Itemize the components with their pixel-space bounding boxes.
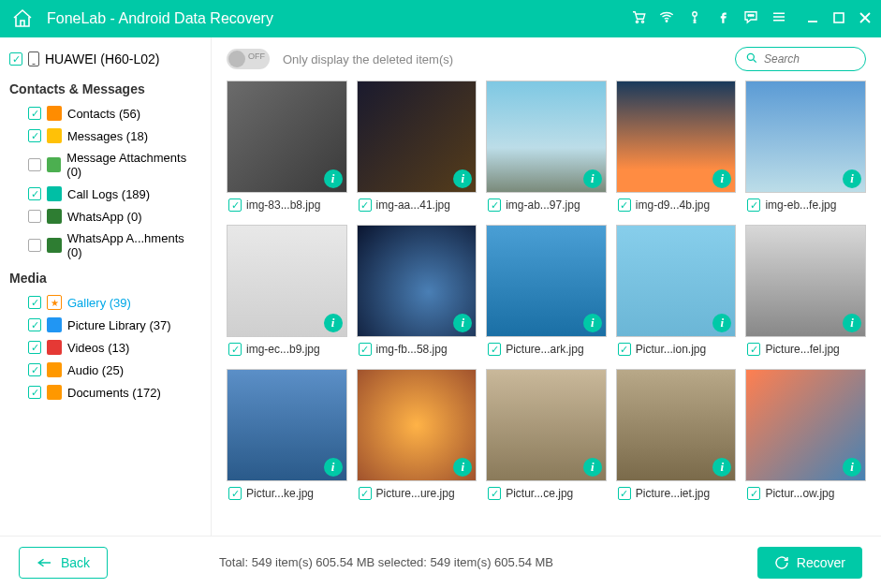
sidebar-item[interactable]: WhatsApp A...hments (0): [9, 228, 201, 263]
thumb-checkbox[interactable]: [359, 487, 372, 500]
phone-icon: [28, 51, 39, 66]
window-controls: [806, 11, 872, 27]
thumb-filename: Picture...fel.jpg: [765, 343, 839, 356]
thumbnail[interactable]: i: [616, 81, 737, 193]
thumbnail[interactable]: i: [745, 81, 866, 193]
thumb-label-row: Picture...fel.jpg: [745, 343, 866, 356]
sidebar-item[interactable]: Audio (25): [9, 359, 201, 381]
thumb-checkbox[interactable]: [228, 343, 242, 356]
category-label: Gallery (39): [67, 296, 131, 310]
thumb-checkbox[interactable]: [228, 487, 242, 500]
thumbnail[interactable]: i: [486, 225, 607, 337]
wifi-icon[interactable]: [658, 8, 675, 29]
thumb-checkbox[interactable]: [618, 198, 631, 212]
recover-button[interactable]: Recover: [757, 547, 862, 579]
thumb-label-row: Pictur...ow.jpg: [745, 487, 866, 500]
category-checkbox[interactable]: [28, 296, 41, 309]
category-checkbox[interactable]: [28, 386, 41, 399]
sidebar-item[interactable]: Picture Library (37): [9, 314, 201, 336]
thumbnail[interactable]: i: [227, 81, 347, 193]
thumbnail[interactable]: i: [486, 81, 607, 193]
thumb-card: iimg-fb...58.jpg: [357, 225, 477, 356]
thumb-checkbox[interactable]: [488, 343, 501, 356]
thumb-label-row: img-eb...fe.jpg: [745, 198, 866, 212]
thumb-checkbox[interactable]: [618, 343, 631, 356]
category-label: Message Attachments (0): [66, 151, 201, 179]
category-checkbox[interactable]: [28, 363, 41, 376]
thumb-label-row: img-aa...41.jpg: [357, 198, 477, 212]
device-checkbox[interactable]: [9, 52, 22, 66]
thumb-checkbox[interactable]: [747, 343, 760, 356]
category-checkbox[interactable]: [28, 239, 41, 252]
info-icon[interactable]: i: [583, 314, 602, 332]
info-icon[interactable]: i: [324, 314, 343, 332]
thumbnail[interactable]: i: [357, 225, 477, 337]
category-checkbox[interactable]: [28, 107, 41, 120]
info-icon[interactable]: i: [324, 458, 343, 477]
category-checkbox[interactable]: [28, 158, 41, 171]
sidebar-item[interactable]: Message Attachments (0): [9, 147, 201, 183]
search-box[interactable]: [735, 47, 866, 71]
sidebar-item[interactable]: Messages (18): [9, 125, 201, 147]
minimize-icon[interactable]: [806, 11, 819, 27]
grid-scroll[interactable]: iimg-83...b8.jpgiimg-aa...41.jpgiimg-ab.…: [212, 81, 881, 536]
sidebar-item[interactable]: Call Logs (189): [9, 183, 201, 205]
thumbnail[interactable]: i: [486, 369, 607, 481]
thumbnail[interactable]: i: [745, 369, 866, 481]
thumb-label-row: Pictur...ke.jpg: [227, 487, 347, 500]
maximize-icon[interactable]: [832, 11, 845, 27]
category-checkbox[interactable]: [28, 210, 41, 223]
key-icon[interactable]: [686, 8, 703, 29]
search-input[interactable]: [764, 52, 856, 66]
thumbnail[interactable]: i: [616, 369, 737, 481]
info-icon[interactable]: i: [324, 169, 343, 188]
info-icon[interactable]: i: [583, 169, 602, 188]
thumbnail[interactable]: i: [357, 369, 477, 481]
chat-icon[interactable]: [742, 8, 759, 29]
thumb-checkbox[interactable]: [359, 343, 372, 356]
sidebar-item[interactable]: Documents (172): [9, 381, 201, 404]
thumbnail[interactable]: i: [357, 81, 477, 193]
thumbnail[interactable]: i: [745, 225, 866, 337]
thumb-label-row: img-d9...4b.jpg: [616, 198, 737, 212]
info-icon[interactable]: i: [583, 458, 602, 477]
thumb-filename: Picture...ark.jpg: [506, 343, 583, 356]
thumb-checkbox[interactable]: [488, 198, 501, 212]
sidebar-item[interactable]: WhatsApp (0): [9, 205, 201, 228]
sidebar-item[interactable]: Contacts (56): [9, 102, 201, 125]
sidebar: HUAWEI (H60-L02) Contacts & Messages Con…: [0, 37, 212, 536]
deleted-only-toggle[interactable]: OFF: [227, 49, 270, 69]
thumb-card: iPicture...ark.jpg: [486, 225, 607, 356]
thumb-checkbox[interactable]: [747, 198, 760, 212]
info-icon[interactable]: i: [843, 458, 861, 477]
thumbnail[interactable]: i: [227, 369, 347, 481]
thumb-checkbox[interactable]: [618, 487, 631, 500]
thumb-filename: Picture...iet.jpg: [636, 487, 710, 500]
svg-point-1: [641, 21, 643, 22]
category-checkbox[interactable]: [28, 129, 41, 142]
device-name: HUAWEI (H60-L02): [45, 51, 159, 66]
info-icon[interactable]: i: [843, 169, 861, 188]
category-icon: ★: [47, 295, 62, 310]
sidebar-item[interactable]: Videos (13): [9, 336, 201, 359]
category-label: Picture Library (37): [67, 318, 171, 332]
thumb-checkbox[interactable]: [359, 198, 372, 212]
thumb-checkbox[interactable]: [228, 198, 242, 212]
back-button[interactable]: Back: [19, 547, 108, 579]
menu-icon[interactable]: [771, 8, 787, 29]
sidebar-item[interactable]: ★Gallery (39): [9, 291, 201, 314]
device-row[interactable]: HUAWEI (H60-L02): [9, 49, 201, 74]
close-icon[interactable]: [859, 11, 872, 27]
info-icon[interactable]: i: [843, 314, 861, 332]
category-checkbox[interactable]: [28, 187, 41, 200]
category-label: WhatsApp (0): [67, 210, 141, 224]
thumbnail[interactable]: i: [227, 225, 347, 337]
home-icon[interactable]: [9, 6, 36, 32]
category-checkbox[interactable]: [28, 341, 41, 354]
thumb-checkbox[interactable]: [747, 487, 760, 500]
facebook-icon[interactable]: [714, 8, 731, 29]
cart-icon[interactable]: [630, 8, 647, 29]
thumb-checkbox[interactable]: [488, 487, 501, 500]
thumbnail[interactable]: i: [616, 225, 737, 337]
category-checkbox[interactable]: [28, 318, 41, 331]
